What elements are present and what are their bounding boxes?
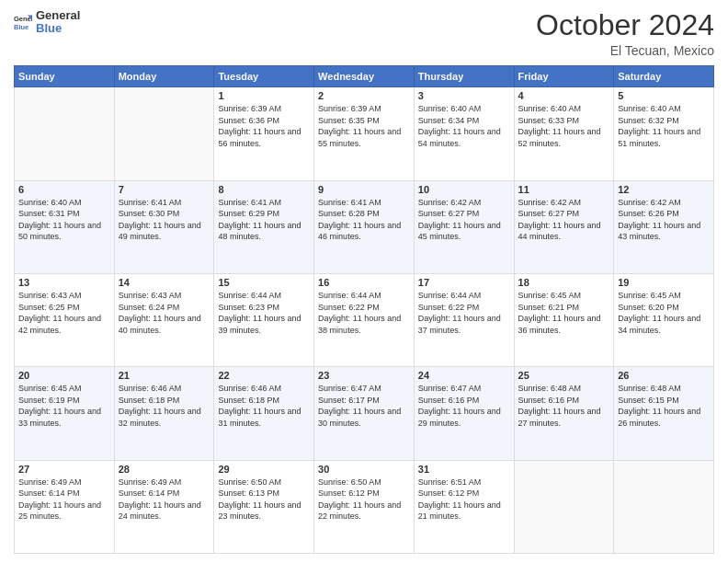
day-number: 5 — [618, 90, 710, 101]
calendar-body: 1Sunrise: 6:39 AMSunset: 6:36 PMDaylight… — [15, 87, 714, 554]
day-info: Sunrise: 6:43 AMSunset: 6:24 PMDaylight:… — [119, 290, 210, 336]
day-info: Sunrise: 6:50 AMSunset: 6:12 PMDaylight:… — [318, 477, 410, 523]
day-number: 14 — [119, 277, 210, 288]
calendar-week-row: 20Sunrise: 6:45 AMSunset: 6:19 PMDayligh… — [15, 367, 714, 460]
day-number: 17 — [418, 277, 510, 288]
day-info: Sunrise: 6:40 AMSunset: 6:32 PMDaylight:… — [618, 103, 710, 149]
calendar-week-row: 1Sunrise: 6:39 AMSunset: 6:36 PMDaylight… — [15, 87, 714, 180]
calendar-cell: 31Sunrise: 6:51 AMSunset: 6:12 PMDayligh… — [414, 460, 514, 553]
weekday-header: Friday — [514, 66, 614, 87]
day-info: Sunrise: 6:46 AMSunset: 6:18 PMDaylight:… — [218, 383, 310, 429]
day-info: Sunrise: 6:41 AMSunset: 6:28 PMDaylight:… — [318, 197, 410, 243]
day-info: Sunrise: 6:44 AMSunset: 6:22 PMDaylight:… — [318, 290, 410, 336]
day-number: 13 — [18, 277, 110, 288]
weekday-header: Tuesday — [214, 66, 314, 87]
day-number: 1 — [218, 90, 310, 101]
calendar-cell: 17Sunrise: 6:44 AMSunset: 6:22 PMDayligh… — [414, 273, 514, 366]
calendar-cell — [114, 87, 214, 180]
calendar-cell: 29Sunrise: 6:50 AMSunset: 6:13 PMDayligh… — [214, 460, 314, 553]
calendar-cell: 26Sunrise: 6:48 AMSunset: 6:15 PMDayligh… — [614, 367, 714, 460]
calendar-cell: 9Sunrise: 6:41 AMSunset: 6:28 PMDaylight… — [314, 180, 415, 273]
day-number: 21 — [119, 370, 210, 381]
calendar-header: SundayMondayTuesdayWednesdayThursdayFrid… — [15, 66, 714, 87]
day-info: Sunrise: 6:48 AMSunset: 6:15 PMDaylight:… — [618, 383, 710, 429]
day-number: 26 — [618, 370, 710, 381]
day-number: 25 — [518, 370, 610, 381]
calendar-cell: 30Sunrise: 6:50 AMSunset: 6:12 PMDayligh… — [314, 460, 415, 553]
day-number: 18 — [518, 277, 610, 288]
day-number: 30 — [318, 464, 410, 475]
day-info: Sunrise: 6:47 AMSunset: 6:16 PMDaylight:… — [418, 383, 510, 429]
calendar-cell: 23Sunrise: 6:47 AMSunset: 6:17 PMDayligh… — [314, 367, 415, 460]
calendar-cell: 25Sunrise: 6:48 AMSunset: 6:16 PMDayligh… — [514, 367, 614, 460]
day-info: Sunrise: 6:45 AMSunset: 6:21 PMDaylight:… — [518, 290, 610, 336]
day-number: 2 — [318, 90, 410, 101]
svg-text:Blue: Blue — [14, 23, 28, 31]
calendar-cell: 20Sunrise: 6:45 AMSunset: 6:19 PMDayligh… — [15, 367, 115, 460]
calendar-cell — [514, 460, 614, 553]
weekday-header: Sunday — [15, 66, 115, 87]
calendar-week-row: 13Sunrise: 6:43 AMSunset: 6:25 PMDayligh… — [15, 273, 714, 366]
day-number: 6 — [18, 184, 110, 195]
calendar-cell: 10Sunrise: 6:42 AMSunset: 6:27 PMDayligh… — [414, 180, 514, 273]
logo-text: General Blue — [36, 9, 80, 36]
calendar-cell: 8Sunrise: 6:41 AMSunset: 6:29 PMDaylight… — [214, 180, 314, 273]
day-info: Sunrise: 6:40 AMSunset: 6:34 PMDaylight:… — [418, 103, 510, 149]
day-info: Sunrise: 6:44 AMSunset: 6:23 PMDaylight:… — [218, 290, 310, 336]
calendar-cell: 16Sunrise: 6:44 AMSunset: 6:22 PMDayligh… — [314, 273, 415, 366]
weekday-header: Thursday — [414, 66, 514, 87]
logo-icon: General Blue — [14, 13, 32, 31]
calendar-cell: 5Sunrise: 6:40 AMSunset: 6:32 PMDaylight… — [614, 87, 714, 180]
calendar-cell: 22Sunrise: 6:46 AMSunset: 6:18 PMDayligh… — [214, 367, 314, 460]
day-info: Sunrise: 6:48 AMSunset: 6:16 PMDaylight:… — [518, 383, 610, 429]
calendar-cell: 13Sunrise: 6:43 AMSunset: 6:25 PMDayligh… — [15, 273, 115, 366]
day-number: 28 — [119, 464, 210, 475]
calendar-cell: 3Sunrise: 6:40 AMSunset: 6:34 PMDaylight… — [414, 87, 514, 180]
calendar-cell: 19Sunrise: 6:45 AMSunset: 6:20 PMDayligh… — [614, 273, 714, 366]
logo-line1: General — [36, 9, 80, 22]
day-number: 27 — [18, 464, 110, 475]
calendar-cell: 21Sunrise: 6:46 AMSunset: 6:18 PMDayligh… — [114, 367, 214, 460]
day-number: 29 — [218, 464, 310, 475]
location: El Tecuan, Mexico — [536, 43, 714, 58]
calendar-cell: 18Sunrise: 6:45 AMSunset: 6:21 PMDayligh… — [514, 273, 614, 366]
page: General Blue General Blue October 2024 E… — [0, 0, 728, 563]
day-number: 23 — [318, 370, 410, 381]
logo-line2: Blue — [36, 22, 80, 35]
calendar-week-row: 27Sunrise: 6:49 AMSunset: 6:14 PMDayligh… — [15, 460, 714, 553]
calendar-week-row: 6Sunrise: 6:40 AMSunset: 6:31 PMDaylight… — [15, 180, 714, 273]
day-info: Sunrise: 6:42 AMSunset: 6:27 PMDaylight:… — [418, 197, 510, 243]
calendar-cell — [15, 87, 115, 180]
calendar-cell: 15Sunrise: 6:44 AMSunset: 6:23 PMDayligh… — [214, 273, 314, 366]
day-number: 19 — [618, 277, 710, 288]
day-info: Sunrise: 6:39 AMSunset: 6:36 PMDaylight:… — [218, 103, 310, 149]
day-info: Sunrise: 6:40 AMSunset: 6:33 PMDaylight:… — [518, 103, 610, 149]
day-number: 31 — [418, 464, 510, 475]
day-number: 4 — [518, 90, 610, 101]
day-number: 10 — [418, 184, 510, 195]
calendar-cell: 6Sunrise: 6:40 AMSunset: 6:31 PMDaylight… — [15, 180, 115, 273]
day-info: Sunrise: 6:44 AMSunset: 6:22 PMDaylight:… — [418, 290, 510, 336]
weekday-header: Saturday — [614, 66, 714, 87]
day-number: 20 — [18, 370, 110, 381]
calendar-cell: 27Sunrise: 6:49 AMSunset: 6:14 PMDayligh… — [15, 460, 115, 553]
day-info: Sunrise: 6:42 AMSunset: 6:27 PMDaylight:… — [518, 197, 610, 243]
day-number: 7 — [119, 184, 210, 195]
calendar-cell: 14Sunrise: 6:43 AMSunset: 6:24 PMDayligh… — [114, 273, 214, 366]
calendar-cell — [614, 460, 714, 553]
day-info: Sunrise: 6:46 AMSunset: 6:18 PMDaylight:… — [119, 383, 210, 429]
day-info: Sunrise: 6:41 AMSunset: 6:30 PMDaylight:… — [119, 197, 210, 243]
day-number: 12 — [618, 184, 710, 195]
day-info: Sunrise: 6:42 AMSunset: 6:26 PMDaylight:… — [618, 197, 710, 243]
calendar-cell: 4Sunrise: 6:40 AMSunset: 6:33 PMDaylight… — [514, 87, 614, 180]
day-number: 11 — [518, 184, 610, 195]
calendar-cell: 28Sunrise: 6:49 AMSunset: 6:14 PMDayligh… — [114, 460, 214, 553]
weekday-header: Monday — [114, 66, 214, 87]
day-info: Sunrise: 6:39 AMSunset: 6:35 PMDaylight:… — [318, 103, 410, 149]
day-number: 9 — [318, 184, 410, 195]
day-info: Sunrise: 6:45 AMSunset: 6:20 PMDaylight:… — [618, 290, 710, 336]
calendar-cell: 12Sunrise: 6:42 AMSunset: 6:26 PMDayligh… — [614, 180, 714, 273]
calendar-cell: 1Sunrise: 6:39 AMSunset: 6:36 PMDaylight… — [214, 87, 314, 180]
day-info: Sunrise: 6:49 AMSunset: 6:14 PMDaylight:… — [18, 477, 110, 523]
weekday-header: Wednesday — [314, 66, 415, 87]
